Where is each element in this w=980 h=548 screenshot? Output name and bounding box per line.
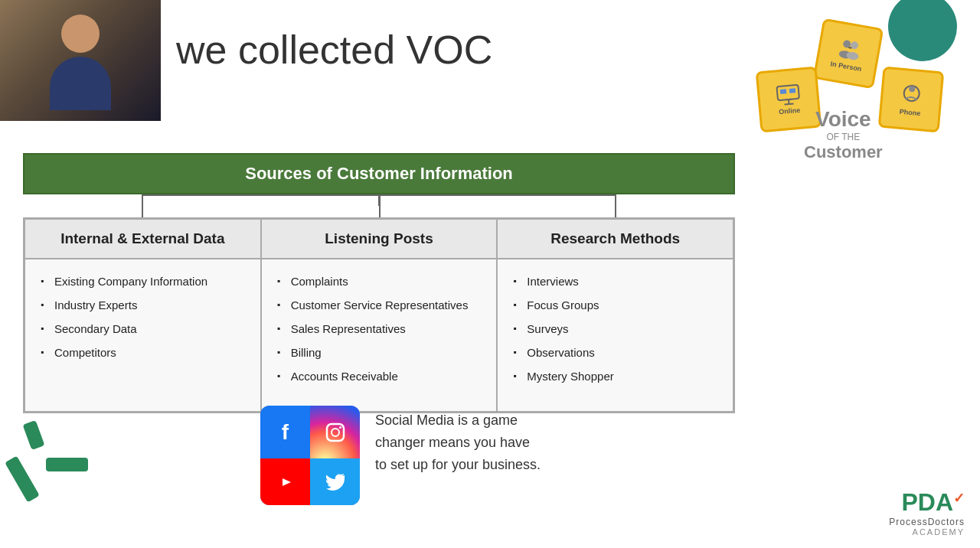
v-line-mid [379, 194, 381, 217]
decoration-shape-3 [23, 420, 45, 450]
list-item: Focus Groups [513, 297, 724, 313]
svg-point-14 [332, 429, 339, 436]
voc-diagram: In Person Online Phone Voice [743, 0, 972, 191]
voc-icons-wrapper: In Person Online Phone Voice [750, 23, 949, 176]
col-cell-internal: Existing Company Information Industry Ex… [24, 259, 261, 412]
research-list: Interviews Focus Groups Surveys Observat… [513, 273, 724, 384]
pda-logo: PDA✓ ProcessDoctors ACADEMY [889, 488, 965, 537]
list-item: Secondary Data [41, 321, 251, 337]
list-item: Customer Service Representatives [277, 297, 488, 313]
social-media-section: f Social Media is a game changer means y… [260, 406, 544, 505]
list-item: Existing Company Information [41, 273, 251, 289]
voc-in-person-icon: In Person [813, 18, 884, 90]
phone-label: Phone [899, 108, 920, 117]
list-item: Accounts Receivable [277, 368, 488, 384]
list-item: Sales Representatives [277, 321, 488, 337]
list-item: Observations [513, 344, 724, 360]
list-item: Industry Experts [41, 297, 251, 313]
academy-text: ACADEMY [889, 527, 965, 537]
list-item: Mystery Shopper [513, 368, 724, 384]
facebook-icon: f [260, 406, 310, 458]
svg-point-15 [339, 426, 341, 429]
col-header-listening: Listening Posts [261, 219, 498, 259]
col-header-research: Research Methods [497, 219, 733, 259]
list-item: Interviews [513, 273, 724, 289]
svg-line-8 [785, 103, 794, 104]
svg-rect-13 [327, 424, 344, 441]
youtube-icon [260, 458, 310, 505]
decoration-shape-2 [46, 458, 88, 471]
decoration-shape-1 [5, 456, 40, 503]
table-header: Sources of Customer Information [23, 153, 735, 194]
online-label: Online [779, 106, 801, 116]
svg-rect-9 [780, 89, 786, 94]
pda-acronym: PDA✓ [889, 488, 965, 517]
svg-line-4 [848, 47, 851, 48]
col-cell-research: Interviews Focus Groups Surveys Observat… [497, 259, 733, 412]
voice-text: Voice [804, 107, 883, 132]
of-the-text: OF THE [804, 132, 883, 142]
list-item: Complaints [277, 273, 488, 289]
voc-center-text: Voice OF THE Customer [804, 107, 883, 162]
list-item: Surveys [513, 321, 724, 337]
process-doctors-text: ProcessDoctors [889, 517, 965, 527]
sources-table: Sources of Customer Information Internal… [23, 153, 735, 413]
social-icons-box: f [260, 406, 360, 505]
slide-title: we collected VOC [176, 27, 492, 73]
social-media-text: Social Media is a game changer means you… [375, 406, 544, 475]
customer-text: Customer [804, 142, 883, 162]
column-data: Existing Company Information Industry Ex… [23, 259, 735, 413]
list-item: Competitors [41, 344, 251, 360]
instagram-icon [310, 406, 360, 458]
svg-rect-5 [776, 85, 799, 100]
v-line-right [615, 194, 616, 217]
voc-phone-icon: Phone [878, 67, 945, 133]
connector-row [23, 194, 735, 217]
svg-rect-10 [789, 88, 795, 93]
list-item: Billing [277, 344, 488, 360]
col-header-internal: Internal & External Data [24, 219, 261, 259]
internal-list: Existing Company Information Industry Ex… [41, 273, 251, 360]
twitter-icon [310, 458, 360, 505]
presenter-video [0, 0, 161, 121]
listening-list: Complaints Customer Service Representati… [277, 273, 488, 384]
webcam-overlay [0, 0, 161, 121]
v-line-left [142, 194, 143, 217]
column-headers: Internal & External Data Listening Posts… [23, 217, 735, 259]
col-cell-listening: Complaints Customer Service Representati… [261, 259, 498, 412]
